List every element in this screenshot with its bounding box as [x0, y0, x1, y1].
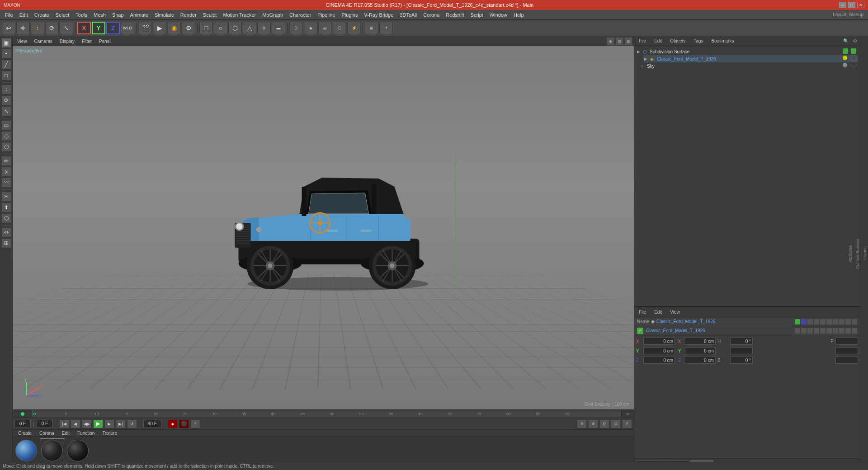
timeline-scrollbar[interactable]: ≡ — [621, 410, 634, 418]
obj-search-icon[interactable]: 🔍 — [843, 38, 849, 44]
obj-vis-ford-2[interactable] — [851, 56, 857, 62]
obj-menu-edit[interactable]: Edit — [651, 38, 665, 44]
tool-weld[interactable]: ⚹ — [1, 167, 11, 177]
attr-model-tag-6[interactable] — [826, 328, 832, 334]
attr-model-vis[interactable]: ✓ — [637, 328, 643, 334]
anim-btn-goto-end[interactable]: ▶| — [116, 419, 126, 428]
obj-menu-objects[interactable]: Objects — [667, 38, 688, 44]
tool-select-model[interactable]: ▣ — [1, 38, 11, 48]
menu-3dtoall[interactable]: 3DToAll — [396, 11, 420, 19]
toolbar-xpresso[interactable]: ⚡ — [347, 22, 361, 34]
toolbar-move[interactable]: ↕ — [31, 22, 44, 34]
toolbar-x-axis[interactable]: X — [77, 22, 91, 34]
obj-vis-sky-1[interactable] — [843, 63, 849, 69]
obj-expand-subdiv[interactable]: ▶ — [637, 50, 640, 54]
strip-tab-layers[interactable]: Layers — [862, 246, 868, 262]
attr-tag-v[interactable] — [801, 319, 807, 324]
tool-bevel[interactable]: ⬡ — [1, 213, 11, 223]
attr-tag-m[interactable] — [814, 319, 819, 324]
attr-model-tag-9[interactable] — [845, 328, 851, 334]
vp-menu-view[interactable]: View — [14, 38, 30, 44]
menu-animate[interactable]: Animate — [127, 11, 151, 19]
obj-settings-icon[interactable]: ⚙ — [852, 38, 858, 44]
tool-move[interactable]: ↕ — [1, 85, 11, 94]
vp-icon-grid[interactable]: ⊞ — [625, 38, 632, 45]
attr-tag-d[interactable] — [839, 319, 844, 324]
anim-btn-key-sel[interactable]: ? — [190, 419, 200, 428]
menu-sculpt[interactable]: Sculpt — [200, 11, 220, 19]
anim-btn-auto-key[interactable]: ⚫ — [179, 419, 189, 428]
toolbar-new[interactable]: ✛ — [16, 22, 30, 34]
attr-tag-s[interactable] — [795, 319, 800, 324]
menu-corona[interactable]: Corona — [420, 11, 443, 19]
attr-model-tag-3[interactable] — [807, 328, 813, 334]
obj-row-subdivision[interactable]: ▶ ⬡ Subdivision Surface — [636, 48, 858, 55]
attr-field-x-h[interactable] — [730, 338, 753, 345]
menu-mesh[interactable]: Mesh — [90, 11, 109, 19]
toolbar-snap2[interactable]: ⌖ — [379, 22, 393, 34]
obj-menu-tags[interactable]: Tags — [691, 38, 706, 44]
attr-field-y-pos[interactable] — [643, 347, 675, 354]
strip-tab-attributes[interactable]: Attributes — [847, 244, 854, 264]
attr-model-row[interactable]: ✓ Classic_Ford_Model_T_1926 — [634, 326, 860, 335]
tool-knife[interactable]: ✂ — [1, 192, 11, 202]
anim-btn-frame-rate[interactable]: ⊕ — [577, 419, 587, 428]
menu-window[interactable]: Window — [486, 11, 510, 19]
toolbar-tag[interactable]: ⬡ — [333, 22, 346, 34]
toolbar-cube[interactable]: □ — [199, 22, 213, 34]
maximize-button[interactable]: □ — [848, 2, 855, 8]
attr-menu-view[interactable]: View — [667, 309, 683, 315]
menu-redshift[interactable]: Redshift — [443, 11, 467, 19]
toolbar-render-settings[interactable]: ⚙ — [182, 22, 195, 34]
attr-model-tag-2[interactable] — [801, 328, 807, 334]
vp-icon-camera[interactable]: ⚙ — [616, 38, 623, 45]
tool-select-polys[interactable]: □ — [1, 70, 11, 80]
attr-model-tag-4[interactable] — [814, 328, 819, 334]
toolbar-plane[interactable]: ▬ — [272, 22, 285, 34]
menu-tools[interactable]: Tools — [72, 11, 90, 19]
close-button[interactable]: ✕ — [857, 2, 864, 8]
menu-edit[interactable]: Edit — [16, 11, 31, 19]
anim-btn-play[interactable]: ▶ — [93, 419, 103, 428]
tool-box-select[interactable]: ▭ — [1, 120, 11, 130]
attr-field-y-p[interactable] — [835, 347, 858, 354]
anim-btn-settings[interactable]: ≡ — [622, 419, 632, 428]
toolbar-material[interactable]: ◎ — [318, 22, 332, 34]
strip-tab-content[interactable]: Content Browser — [854, 237, 861, 271]
obj-row-sky[interactable]: ○ Sky — [636, 62, 858, 70]
menu-pipeline[interactable]: Pipeline — [314, 11, 338, 19]
current-frame-field[interactable] — [14, 420, 31, 428]
toolbar-deformer[interactable]: ⟨⟩ — [289, 22, 303, 34]
anim-btn-loop[interactable]: ↺ — [127, 419, 137, 428]
attr-menu-edit[interactable]: Edit — [651, 309, 665, 315]
timeline-track[interactable]: 0 5 10 15 20 25 30 35 40 45 50 55 60 65 — [33, 410, 621, 418]
tool-array[interactable]: ⊞ — [1, 238, 11, 248]
menu-select[interactable]: Select — [52, 11, 73, 19]
menu-create[interactable]: Create — [31, 11, 52, 19]
toolbar-undo[interactable]: ↩ — [2, 22, 15, 34]
toolbar-world[interactable]: WLD — [121, 22, 134, 34]
toolbar-scale[interactable]: ⤡ — [60, 22, 73, 34]
vp-menu-display[interactable]: Display — [57, 38, 77, 44]
anim-btn-pla[interactable]: P — [599, 419, 609, 428]
toolbar-render-region[interactable]: 🎬 — [138, 22, 152, 34]
tool-rotate[interactable]: ⟳ — [1, 95, 11, 105]
menu-script[interactable]: Script — [467, 11, 486, 19]
vp-menu-panel[interactable]: Panel — [96, 38, 113, 44]
attr-tag-e[interactable] — [845, 319, 851, 324]
tool-scale[interactable]: ⤡ — [1, 106, 11, 116]
toolbar-sphere[interactable]: ○ — [214, 22, 227, 34]
attr-field-x-rot[interactable] — [684, 338, 716, 345]
obj-vis-ford-1[interactable] — [843, 56, 849, 62]
obj-menu-bookmarks[interactable]: Bookmarks — [708, 38, 736, 44]
menu-help[interactable]: Help — [510, 11, 527, 19]
attr-model-tag-8[interactable] — [839, 328, 844, 334]
toolbar-rotate[interactable]: ⟳ — [45, 22, 59, 34]
obj-vis-subdiv-2[interactable] — [851, 48, 857, 55]
mat-menu-texture[interactable]: Texture — [99, 430, 121, 436]
attr-model-tag-5[interactable] — [820, 328, 826, 334]
anim-btn-record[interactable]: ● — [168, 419, 178, 428]
attr-tag-r[interactable] — [807, 319, 813, 324]
mat-menu-function[interactable]: Function — [74, 430, 98, 436]
anim-btn-motion-clip[interactable]: ⊗ — [588, 419, 598, 428]
